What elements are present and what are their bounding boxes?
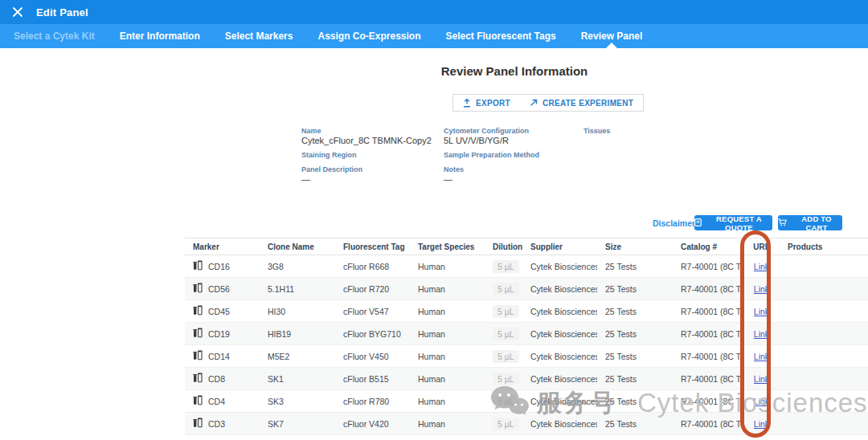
dilution-input[interactable]: 5 µL (493, 418, 519, 430)
tab-review-panel[interactable]: Review Panel (581, 24, 643, 48)
url-cell: Link (743, 374, 780, 384)
clone-cell: HIB19 (260, 329, 335, 339)
fluorescent-tag-cell: cFluor BYG710 (335, 329, 410, 339)
fluorescent-tag-cell: cFluor R780 (335, 397, 410, 406)
fluorescent-tag-cell: cFluor R720 (335, 284, 410, 294)
size-cell: 25 Tests (597, 397, 673, 406)
marker-cell: CD14 (185, 350, 260, 362)
tissues-label: Tissues (583, 127, 610, 135)
table-row-cd16: CD16 3G8 cFluor R668 Human 5 µL Cytek Bi… (185, 255, 868, 278)
table-header-row: Marker Clone Name Fluorescent Tag Target… (185, 238, 868, 255)
wizard-tabbar: Select a Cytek Kit Enter Information Sel… (0, 24, 868, 48)
request-quote-button[interactable]: REQUEST A QUOTE (694, 215, 772, 230)
export-button[interactable]: EXPORT (453, 95, 520, 111)
cytometer-config-label: Cytometer Configuration (444, 127, 529, 135)
catalog-cell: R7-40001 (8C TBMNK ... (673, 419, 743, 429)
catalog-cell: R7-40001 (8C TBMNK ... (673, 397, 743, 406)
size-cell: 25 Tests (597, 284, 673, 294)
dilution-input[interactable]: 5 µL (493, 328, 519, 340)
vials-icon (193, 328, 203, 340)
url-cell: Link (743, 307, 780, 316)
name-value: Cytek_cFluor_8C TBMNK-Copy2 (301, 136, 432, 145)
panel-description-value: — (301, 174, 310, 184)
vials-icon (193, 418, 203, 430)
window-title: Edit Panel (36, 6, 88, 18)
dilution-input[interactable]: 5 µL (493, 283, 519, 295)
export-toolbar: EXPORT CREATE EXPERIMENT (452, 94, 644, 112)
size-cell: 25 Tests (597, 374, 673, 384)
catalog-cell: R7-40001 (8C TBMNK ... (673, 374, 743, 384)
catalog-cell: R7-40001 (8C TBMNK ... (673, 262, 743, 271)
catalog-cell: R7-40001 (8C TBMNK ... (673, 329, 743, 339)
size-cell: 25 Tests (597, 419, 673, 429)
clone-cell: SK3 (260, 397, 335, 406)
tab-select-markers[interactable]: Select Markers (225, 24, 293, 48)
tab-select-fluorescent-tags[interactable]: Select Fluorescent Tags (446, 24, 556, 48)
url-link[interactable]: Link (754, 262, 769, 271)
quote-icon (694, 218, 702, 228)
dilution-input[interactable]: 5 µL (493, 350, 519, 363)
size-cell: 25 Tests (597, 262, 673, 271)
cart-icon (778, 218, 787, 228)
target-species-cell: Human (410, 329, 485, 339)
notes-value: — (444, 174, 452, 184)
url-cell: Link (743, 419, 780, 429)
url-link[interactable]: Link (754, 284, 769, 294)
url-link[interactable]: Link (754, 329, 769, 339)
url-cell: Link (743, 329, 780, 339)
url-link[interactable]: Link (754, 307, 769, 316)
close-icon[interactable] (11, 6, 24, 18)
col-url: URL (743, 242, 780, 251)
vials-icon (193, 373, 203, 385)
marker-cell: CD8 (185, 373, 260, 385)
col-fluorescent-tag: Fluorescent Tag (335, 242, 410, 251)
name-label: Name (301, 127, 321, 135)
disclaimer-link[interactable]: Disclaimer (653, 218, 695, 228)
catalog-cell: R7-40001 (8C TBMNK ... (673, 284, 743, 294)
supplier-cell: Cytek Biosciences (522, 284, 597, 294)
clone-cell: SK1 (260, 374, 335, 384)
fluorescent-tag-cell: cFluor V450 (335, 352, 410, 361)
marker-cell: CD4 (185, 395, 260, 407)
dilution-input[interactable]: 5 µL (493, 305, 519, 318)
fluorescent-tag-cell: cFluor V547 (335, 307, 410, 316)
url-cell: Link (743, 262, 780, 271)
supplier-cell: Cytek Biosciences (522, 374, 597, 384)
target-species-cell: Human (410, 307, 485, 316)
clone-cell: HI30 (260, 307, 335, 316)
dilution-input[interactable]: 5 µL (493, 373, 519, 385)
clone-cell: 3G8 (260, 262, 335, 271)
dilution-input[interactable]: 5 µL (493, 260, 519, 273)
url-link[interactable]: Link (754, 419, 769, 429)
tab-enter-information[interactable]: Enter Information (120, 24, 200, 48)
url-link[interactable]: Link (754, 352, 769, 361)
col-marker: Marker (185, 242, 260, 251)
fluorescent-tag-cell: cFluor R668 (335, 262, 410, 271)
url-link[interactable]: Link (754, 397, 769, 406)
supplier-cell: Cytek Biosciences (522, 352, 597, 361)
fluorescent-tag-cell: cFluor V420 (335, 419, 410, 429)
marker-cell: CD16 (185, 260, 260, 272)
url-link[interactable]: Link (754, 374, 769, 384)
dilution-cell: 5 µL (485, 260, 522, 273)
supplier-cell: Cytek Biosciences (522, 262, 597, 271)
tab-assign-co-expression[interactable]: Assign Co-Expression (317, 24, 420, 48)
col-catalog: Catalog # (673, 242, 743, 251)
create-experiment-button[interactable]: CREATE EXPERIMENT (520, 95, 643, 111)
dilution-cell: 5 µL (485, 373, 522, 385)
clone-cell: SK7 (260, 419, 335, 429)
table-row-cd56: CD56 5.1H11 cFluor R720 Human 5 µL Cytek… (185, 278, 868, 300)
col-target-species: Target Species (410, 242, 485, 251)
target-species-cell: Human (410, 352, 485, 361)
marker-cell: CD45 (185, 305, 260, 317)
tab-select-a-cytek-kit[interactable]: Select a Cytek Kit (14, 24, 95, 48)
supplier-cell: Cytek Biosciences (522, 329, 597, 339)
url-cell: Link (743, 397, 780, 406)
target-species-cell: Human (410, 397, 485, 406)
table-row-cd14: CD14 M5E2 cFluor V450 Human 5 µL Cytek B… (185, 345, 868, 368)
target-species-cell: Human (410, 284, 485, 294)
table-row-cd8: CD8 SK1 cFluor B515 Human 5 µL Cytek Bio… (185, 368, 868, 390)
vials-icon (193, 305, 203, 317)
dilution-input[interactable]: 5 µL (493, 395, 519, 408)
add-to-cart-button[interactable]: ADD TO CART (778, 215, 842, 230)
